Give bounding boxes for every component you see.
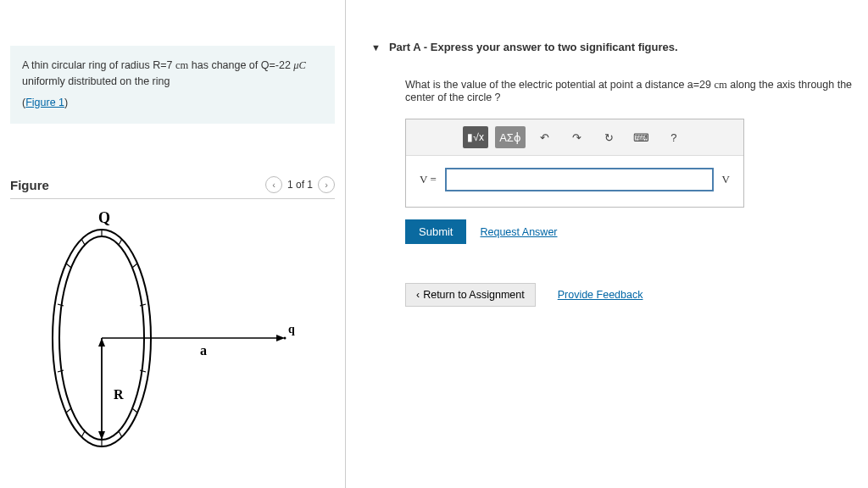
svg-line-13 xyxy=(81,431,85,437)
problem-text-mid: has change of Q=-22 xyxy=(188,59,293,71)
right-panel: ▼ Part A - Express your answer to two si… xyxy=(346,0,868,488)
problem-statement: A thin circular ring of radius R=7 cm ha… xyxy=(10,46,335,124)
return-button[interactable]: ‹ Return to Assignment xyxy=(405,283,536,307)
svg-text:R: R xyxy=(114,387,124,402)
figure-link[interactable]: Figure 1 xyxy=(25,97,64,108)
unit-cm: cm xyxy=(175,59,188,71)
answer-box: ▮√x ΑΣϕ ↶ ↷ ↻ ⌨ ? V = V xyxy=(405,119,744,208)
svg-point-21 xyxy=(284,337,287,340)
toolbar-keyboard-button[interactable]: ⌨ xyxy=(629,126,654,148)
figure-diagram: Q R a q xyxy=(32,211,335,451)
provide-feedback-link[interactable]: Provide Feedback xyxy=(558,289,643,301)
svg-marker-17 xyxy=(98,338,105,347)
figure-header: Figure ‹ 1 of 1 › xyxy=(10,176,335,199)
svg-line-5 xyxy=(66,263,71,268)
part-collapse-icon[interactable]: ▼ xyxy=(371,42,381,53)
toolbar-templates-button[interactable]: ▮√x xyxy=(463,126,488,148)
return-button-label: Return to Assignment xyxy=(423,289,525,301)
bottom-actions: ‹ Return to Assignment Provide Feedback xyxy=(405,283,868,307)
figure-pager: ‹ 1 of 1 › xyxy=(265,176,335,193)
toolbar-greek-button[interactable]: ΑΣϕ xyxy=(495,126,526,148)
part-title: Part A - Express your answer to two sign… xyxy=(389,41,678,53)
svg-line-11 xyxy=(66,408,71,413)
problem-text-prefix: A thin circular ring of radius R=7 xyxy=(22,59,175,71)
part-header: ▼ Part A - Express your answer to two si… xyxy=(371,41,868,53)
svg-line-3 xyxy=(81,239,85,245)
answer-input-row: V = V xyxy=(406,156,743,207)
left-panel: A thin circular ring of radius R=7 cm ha… xyxy=(0,0,346,488)
question-text: What is the value of the electric potent… xyxy=(405,79,868,103)
svg-text:a: a xyxy=(200,343,207,358)
figure-pager-text: 1 of 1 xyxy=(287,179,313,191)
answer-unit-label: V xyxy=(722,173,730,186)
question-prefix: What is the value of the electric potent… xyxy=(405,79,714,91)
chevron-left-icon: ‹ xyxy=(416,289,420,301)
svg-line-6 xyxy=(132,263,137,268)
request-answer-link[interactable]: Request Answer xyxy=(480,226,557,238)
figure-title: Figure xyxy=(10,178,49,192)
answer-toolbar: ▮√x ΑΣϕ ↶ ↷ ↻ ⌨ ? xyxy=(406,119,743,156)
toolbar-undo-button[interactable]: ↶ xyxy=(532,126,558,148)
toolbar-redo-button[interactable]: ↷ xyxy=(565,126,590,148)
submit-button[interactable]: Submit xyxy=(405,219,466,244)
toolbar-help-button[interactable]: ? xyxy=(661,126,687,148)
svg-text:Q: Q xyxy=(98,211,110,226)
svg-line-14 xyxy=(119,431,122,437)
answer-variable-label: V = xyxy=(420,173,437,186)
problem-text-suffix: uniformly distributed on the ring xyxy=(22,75,170,87)
toolbar-reset-button[interactable]: ↻ xyxy=(597,126,622,148)
svg-text:q: q xyxy=(288,323,295,336)
figure-prev-button[interactable]: ‹ xyxy=(265,176,282,193)
figure-next-button[interactable]: › xyxy=(318,176,335,193)
unit-microcoulomb: μC xyxy=(293,59,306,71)
svg-marker-18 xyxy=(98,431,105,440)
question-unit: cm xyxy=(714,79,726,91)
svg-line-4 xyxy=(119,239,122,245)
answer-input[interactable] xyxy=(445,168,714,191)
answer-actions: Submit Request Answer xyxy=(405,219,868,244)
svg-line-12 xyxy=(132,408,137,413)
